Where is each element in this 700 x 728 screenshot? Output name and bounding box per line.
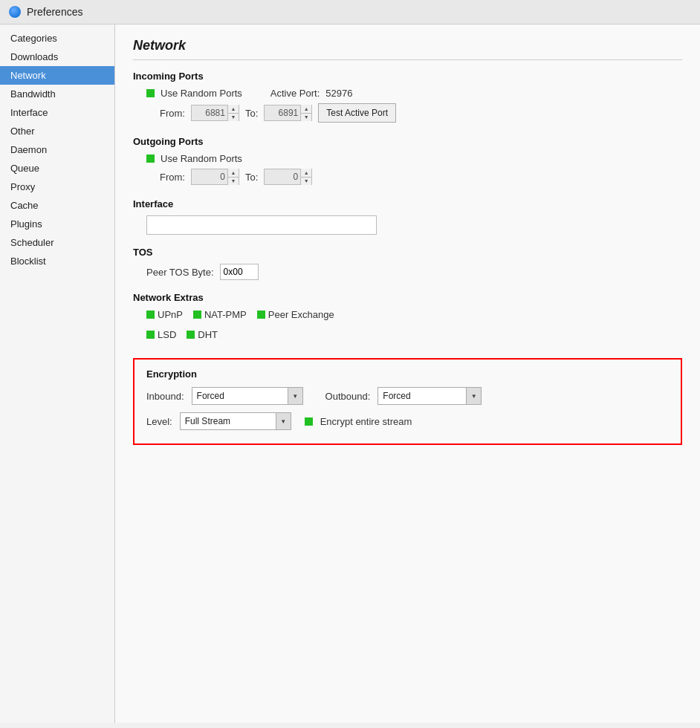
outbound-label: Outbound: bbox=[325, 391, 371, 402]
outgoing-to-down[interactable]: ▼ bbox=[301, 178, 311, 186]
outgoing-to-input[interactable] bbox=[265, 169, 300, 184]
sidebar-item-cache[interactable]: Cache bbox=[0, 196, 114, 215]
outgoing-from-spinbox[interactable]: ▲ ▼ bbox=[191, 169, 239, 185]
active-port-label: Active Port: bbox=[270, 88, 320, 99]
incoming-random-indicator bbox=[146, 89, 155, 97]
outbound-select-arrow: ▼ bbox=[466, 388, 481, 404]
network-extras-row2: LSD DHT bbox=[146, 329, 682, 345]
outbound-select-wrapper[interactable]: Forced Disabled Enabled ▼ bbox=[377, 387, 482, 405]
natpmp-indicator bbox=[193, 311, 201, 319]
incoming-from-down[interactable]: ▼ bbox=[228, 114, 239, 122]
tos-section-title: TOS bbox=[133, 247, 682, 258]
inbound-select[interactable]: Forced Disabled Enabled bbox=[192, 388, 248, 404]
incoming-from-input[interactable] bbox=[192, 105, 227, 120]
title-bar-text: Preferences bbox=[27, 6, 82, 18]
title-bar: Preferences bbox=[0, 0, 700, 25]
natpmp-item: NAT-PMP bbox=[193, 309, 247, 320]
incoming-use-random-label: Use Random Ports bbox=[161, 88, 242, 99]
sidebar-item-queue[interactable]: Queue bbox=[0, 159, 114, 178]
lsd-item: LSD bbox=[146, 329, 176, 340]
peer-exchange-item: Peer Exchange bbox=[257, 309, 334, 320]
sidebar-item-scheduler[interactable]: Scheduler bbox=[0, 233, 114, 252]
level-select-arrow: ▼ bbox=[276, 413, 291, 429]
outgoing-from-arrows: ▲ ▼ bbox=[227, 169, 239, 185]
outgoing-to-up[interactable]: ▲ bbox=[301, 169, 311, 178]
upnp-item: UPnP bbox=[146, 309, 183, 320]
sidebar-item-categories[interactable]: Categories bbox=[0, 29, 114, 48]
incoming-from-up[interactable]: ▲ bbox=[228, 105, 239, 114]
incoming-from-arrows: ▲ ▼ bbox=[227, 105, 239, 121]
incoming-to-spinbox[interactable]: ▲ ▼ bbox=[264, 105, 312, 121]
sidebar: Categories Downloads Network Bandwidth I… bbox=[0, 25, 115, 723]
peer-exchange-indicator bbox=[257, 311, 265, 319]
sidebar-item-daemon[interactable]: Daemon bbox=[0, 140, 114, 159]
outbound-select[interactable]: Forced Disabled Enabled bbox=[378, 388, 434, 404]
app-icon bbox=[9, 6, 21, 18]
dht-item: DHT bbox=[187, 329, 218, 340]
peer-tos-label: Peer TOS Byte: bbox=[146, 267, 214, 278]
upnp-label: UPnP bbox=[158, 309, 183, 320]
main-container: Categories Downloads Network Bandwidth I… bbox=[0, 25, 700, 723]
encryption-level-row: Level: Full Stream Handshake Only ▼ Encr… bbox=[146, 412, 669, 430]
inbound-select-arrow: ▼ bbox=[288, 388, 302, 404]
outgoing-from-down[interactable]: ▼ bbox=[228, 178, 239, 186]
interface-input[interactable] bbox=[146, 215, 377, 235]
level-select-wrapper[interactable]: Full Stream Handshake Only ▼ bbox=[180, 412, 291, 430]
encryption-title: Encryption bbox=[146, 368, 669, 380]
content-area: Network Incoming Ports Use Random Ports … bbox=[115, 25, 700, 723]
peer-tos-input[interactable] bbox=[220, 264, 259, 280]
dht-indicator bbox=[187, 331, 195, 339]
outgoing-from-up[interactable]: ▲ bbox=[228, 169, 239, 178]
incoming-to-up[interactable]: ▲ bbox=[301, 105, 311, 114]
outgoing-use-random-label: Use Random Ports bbox=[161, 153, 242, 164]
incoming-to-input[interactable] bbox=[265, 105, 300, 120]
outgoing-use-random-row: Use Random Ports bbox=[146, 153, 682, 164]
sidebar-item-other[interactable]: Other bbox=[0, 122, 114, 140]
incoming-from-label: From: bbox=[160, 108, 185, 119]
outgoing-range-row: From: ▲ ▼ To: ▲ ▼ bbox=[160, 169, 682, 185]
natpmp-label: NAT-PMP bbox=[204, 309, 247, 320]
incoming-from-spinbox[interactable]: ▲ ▼ bbox=[191, 105, 239, 121]
active-port-value: 52976 bbox=[325, 88, 352, 99]
upnp-indicator bbox=[146, 311, 155, 319]
page-title: Network bbox=[133, 38, 682, 60]
level-select[interactable]: Full Stream Handshake Only bbox=[181, 413, 268, 429]
test-active-port-button[interactable]: Test Active Port bbox=[318, 103, 396, 123]
lsd-label: LSD bbox=[158, 329, 176, 340]
incoming-to-down[interactable]: ▼ bbox=[301, 114, 311, 122]
outgoing-to-spinbox[interactable]: ▲ ▼ bbox=[264, 169, 312, 185]
sidebar-item-blocklist[interactable]: Blocklist bbox=[0, 252, 114, 270]
encrypt-stream-label: Encrypt entire stream bbox=[320, 416, 412, 427]
inbound-select-wrapper[interactable]: Forced Disabled Enabled ▼ bbox=[192, 387, 303, 405]
peer-exchange-label: Peer Exchange bbox=[268, 309, 334, 320]
incoming-range-row: From: ▲ ▼ To: ▲ ▼ Test Active Port bbox=[160, 103, 682, 123]
incoming-use-random-row: Use Random Ports Active Port: 52976 bbox=[146, 88, 682, 99]
sidebar-item-proxy[interactable]: Proxy bbox=[0, 178, 114, 196]
incoming-ports-title: Incoming Ports bbox=[133, 71, 682, 82]
sidebar-item-network[interactable]: Network bbox=[0, 66, 114, 85]
outgoing-to-arrows: ▲ ▼ bbox=[300, 169, 311, 185]
sidebar-item-interface[interactable]: Interface bbox=[0, 103, 114, 122]
network-extras-title: Network Extras bbox=[133, 292, 682, 303]
outgoing-from-input[interactable] bbox=[192, 169, 227, 184]
tos-row: Peer TOS Byte: bbox=[146, 264, 682, 280]
encrypt-stream-indicator bbox=[305, 417, 313, 426]
sidebar-item-downloads[interactable]: Downloads bbox=[0, 48, 114, 66]
dht-label: DHT bbox=[198, 329, 218, 340]
encryption-section: Encryption Inbound: Forced Disabled Enab… bbox=[133, 358, 682, 445]
incoming-to-label: To: bbox=[245, 108, 258, 119]
outgoing-from-label: From: bbox=[160, 172, 185, 183]
interface-input-wrapper bbox=[146, 215, 682, 235]
outgoing-ports-title: Outgoing Ports bbox=[133, 136, 682, 147]
interface-section-title: Interface bbox=[133, 198, 682, 209]
encryption-inbound-row: Inbound: Forced Disabled Enabled ▼ Outbo… bbox=[146, 387, 669, 405]
sidebar-item-bandwidth[interactable]: Bandwidth bbox=[0, 85, 114, 103]
outgoing-random-indicator bbox=[146, 155, 155, 163]
level-label: Level: bbox=[146, 416, 172, 427]
sidebar-item-plugins[interactable]: Plugins bbox=[0, 215, 114, 233]
outgoing-to-label: To: bbox=[245, 172, 258, 183]
inbound-label: Inbound: bbox=[146, 391, 184, 402]
network-extras-row1: UPnP NAT-PMP Peer Exchange bbox=[146, 309, 682, 325]
incoming-to-arrows: ▲ ▼ bbox=[300, 105, 311, 121]
lsd-indicator bbox=[146, 331, 155, 339]
